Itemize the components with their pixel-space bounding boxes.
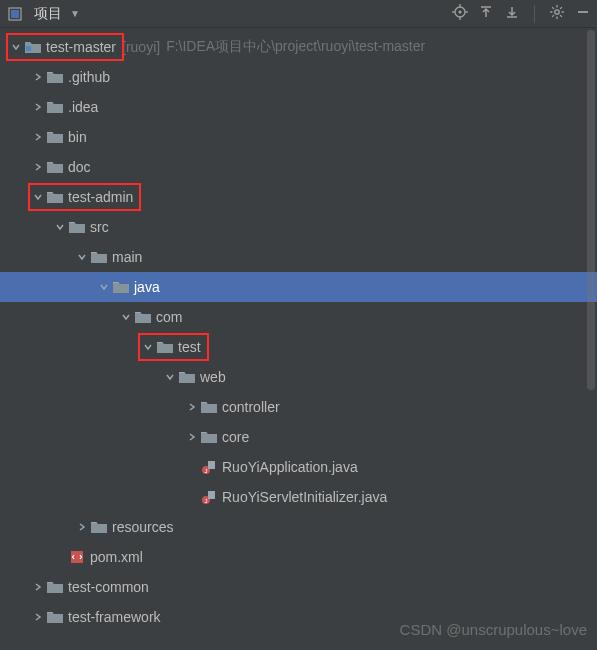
folder-icon (90, 518, 108, 536)
svg-point-12 (555, 10, 559, 14)
tree-item-suffix: [ruoyi] (122, 39, 160, 55)
chevron-right-icon[interactable] (30, 129, 46, 145)
chevron-down-icon[interactable] (96, 279, 112, 295)
svg-rect-1 (11, 10, 19, 18)
project-tree[interactable]: test-master[ruoyi]F:\IDEA项目中心\project\ru… (0, 28, 597, 632)
chevron-down-icon[interactable] (52, 219, 68, 235)
gear-icon[interactable] (549, 4, 565, 23)
tree-row[interactable]: src (0, 212, 597, 242)
svg-rect-22 (26, 46, 31, 51)
chevron-down-icon[interactable] (8, 39, 24, 55)
folder-icon (46, 98, 64, 116)
chevron-right-icon[interactable] (74, 519, 90, 535)
tree-item-label: test-common (68, 579, 149, 595)
locate-icon[interactable] (452, 4, 468, 23)
tree-item-label: .github (68, 69, 110, 85)
tree-item-label: main (112, 249, 142, 265)
tree-item-label: controller (222, 399, 280, 415)
tree-row[interactable]: pom.xml (0, 542, 597, 572)
tree-row[interactable]: bin (0, 122, 597, 152)
svg-line-19 (560, 7, 562, 9)
minimize-icon[interactable] (575, 4, 591, 23)
expand-all-icon[interactable] (478, 4, 494, 23)
tree-row[interactable]: controller (0, 392, 597, 422)
tree-item-label: java (134, 279, 160, 295)
folder-icon (46, 128, 64, 146)
folder-icon (112, 278, 130, 296)
tree-item-label: test-framework (68, 609, 161, 625)
dropdown-arrow-icon[interactable]: ▼ (70, 8, 80, 19)
folder-icon (200, 398, 218, 416)
panel-title[interactable]: 项目 (34, 5, 62, 23)
folder-icon (134, 308, 152, 326)
tree-row[interactable]: .github (0, 62, 597, 92)
tree-item-path: F:\IDEA项目中心\project\ruoyi\test-master (166, 38, 425, 56)
folder-icon (68, 218, 86, 236)
tree-item-label: RuoYiApplication.java (222, 459, 358, 475)
xml-icon (68, 548, 86, 566)
project-icon (24, 38, 42, 56)
folder-icon (46, 608, 64, 626)
tree-item-label: test-master (46, 39, 116, 55)
chevron-down-icon[interactable] (74, 249, 90, 265)
tree-item-label: pom.xml (90, 549, 143, 565)
folder-icon (200, 428, 218, 446)
tree-row[interactable]: java (0, 272, 597, 302)
folder-icon (46, 188, 64, 206)
chevron-down-icon[interactable] (140, 339, 156, 355)
java-icon: J (200, 458, 218, 476)
tree-row[interactable]: test (0, 332, 597, 362)
java-icon: J (200, 488, 218, 506)
chevron-down-icon[interactable] (162, 369, 178, 385)
tree-item-label: RuoYiServletInitializer.java (222, 489, 387, 505)
tree-item-label: doc (68, 159, 91, 175)
svg-line-17 (552, 7, 554, 9)
tree-item-label: .idea (68, 99, 98, 115)
tree-row[interactable]: com (0, 302, 597, 332)
chevron-right-icon[interactable] (30, 99, 46, 115)
tree-row[interactable]: .idea (0, 92, 597, 122)
chevron-right-icon[interactable] (30, 609, 46, 625)
folder-icon (90, 248, 108, 266)
folder-icon (156, 338, 174, 356)
chevron-right-icon[interactable] (30, 69, 46, 85)
tree-row[interactable]: test-master[ruoyi]F:\IDEA项目中心\project\ru… (0, 32, 597, 62)
project-view-icon (6, 5, 24, 23)
tree-row[interactable]: doc (0, 152, 597, 182)
chevron-right-icon[interactable] (184, 429, 200, 445)
tree-row[interactable]: core (0, 422, 597, 452)
chevron-right-icon[interactable] (30, 579, 46, 595)
tree-row[interactable]: JRuoYiServletInitializer.java (0, 482, 597, 512)
header-separator (534, 5, 535, 23)
tree-row[interactable]: test-common (0, 572, 597, 602)
tree-row[interactable]: JRuoYiApplication.java (0, 452, 597, 482)
chevron-down-icon[interactable] (118, 309, 134, 325)
svg-text:J: J (205, 498, 208, 504)
folder-icon (46, 68, 64, 86)
tree-row[interactable]: web (0, 362, 597, 392)
tree-item-label: bin (68, 129, 87, 145)
collapse-all-icon[interactable] (504, 4, 520, 23)
chevron-down-icon[interactable] (30, 189, 46, 205)
chevron-right-icon[interactable] (30, 159, 46, 175)
folder-icon (46, 158, 64, 176)
svg-point-3 (459, 11, 462, 14)
tree-row[interactable]: test-admin (0, 182, 597, 212)
svg-line-18 (560, 15, 562, 17)
tree-row[interactable]: test-framework (0, 602, 597, 632)
scrollbar-thumb[interactable] (587, 30, 595, 390)
folder-icon (46, 578, 64, 596)
scrollbar[interactable] (587, 30, 595, 648)
svg-text:J: J (205, 468, 208, 474)
project-panel-header: 项目 ▼ (0, 0, 597, 28)
svg-line-20 (552, 15, 554, 17)
tree-item-label: test-admin (68, 189, 133, 205)
tree-row[interactable]: main (0, 242, 597, 272)
tree-row[interactable]: resources (0, 512, 597, 542)
tree-item-label: src (90, 219, 109, 235)
tree-item-label: core (222, 429, 249, 445)
tree-item-label: com (156, 309, 182, 325)
chevron-right-icon[interactable] (184, 399, 200, 415)
tree-item-label: test (178, 339, 201, 355)
folder-icon (178, 368, 196, 386)
